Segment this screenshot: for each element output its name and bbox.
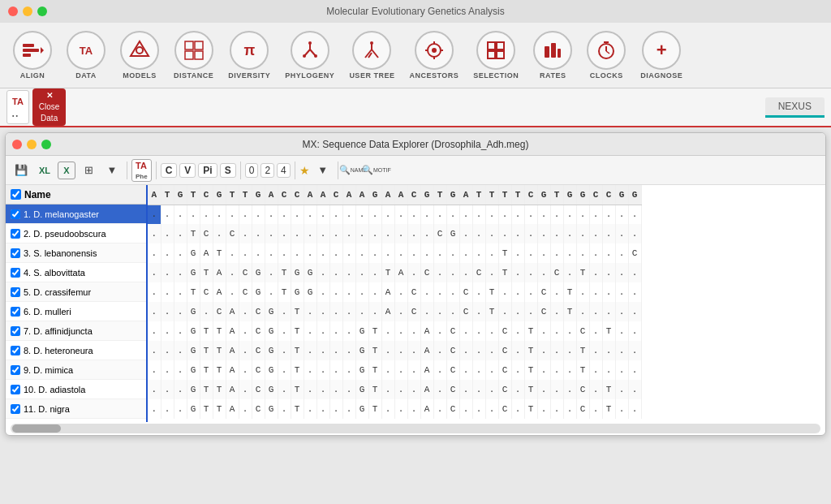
sequence-cell[interactable]: . [511,243,524,263]
minimize-button[interactable] [23,6,32,16]
sequence-cell[interactable]: . [278,399,291,419]
sequence-cell[interactable]: G [291,263,304,282]
sequence-cell[interactable]: . [589,302,602,321]
sequence-cell[interactable]: G [252,282,265,302]
sequence-cell[interactable]: . [563,243,576,263]
sequence-cell[interactable]: . [433,341,446,360]
sequence-cell[interactable]: . [472,205,485,224]
sequence-cell[interactable]: . [563,399,576,419]
scrollbar-thumb[interactable] [12,424,61,433]
sequence-cell[interactable]: . [304,243,316,263]
sequence-cell[interactable]: . [355,282,368,302]
sequence-cell[interactable]: . [148,224,161,243]
sequence-cell[interactable]: . [329,243,342,263]
sequence-cell[interactable]: C [498,341,511,360]
sequence-cell[interactable]: . [472,380,485,399]
sequence-cell[interactable]: . [602,302,615,321]
sequence-cell[interactable]: A [420,321,433,341]
sequence-cell[interactable]: C [459,282,472,302]
sequence-cell[interactable]: T [368,341,381,360]
two-button[interactable]: 2 [260,163,274,178]
list-item[interactable]: 8. D. heteroneura [6,341,146,360]
star-icon[interactable]: ★ [299,164,310,177]
sequence-cell[interactable]: C [472,263,485,282]
sequence-cell[interactable]: A [226,380,239,399]
sequence-cell[interactable]: . [550,360,563,380]
sequence-cell[interactable]: . [316,263,329,282]
sequence-cell[interactable]: . [407,321,420,341]
sequence-cell[interactable]: . [615,243,628,263]
sequence-cell[interactable]: . [265,263,278,282]
sequence-cell[interactable]: . [304,224,316,243]
sequence-cell[interactable]: . [174,360,187,380]
list-item[interactable]: 2. D. pseudoobscura [6,224,146,243]
sequence-cell[interactable]: . [628,263,641,282]
sequence-cell[interactable]: . [316,282,329,302]
sequence-cell[interactable]: . [615,282,628,302]
sequence-cell[interactable]: . [329,399,342,419]
sequence-cell[interactable]: G [187,360,200,380]
sequence-cell[interactable]: . [485,224,498,243]
search-name-icon[interactable]: 🔍NAME [342,160,364,181]
sequence-cell[interactable]: . [589,341,602,360]
list-item[interactable]: 4. S. albovittata [6,263,146,282]
maximize-button[interactable] [37,6,47,16]
sequence-cell[interactable]: . [278,243,291,263]
sequence-cell[interactable]: . [485,263,498,282]
sequence-cell[interactable]: . [511,341,524,360]
sequence-cell[interactable]: . [226,263,239,282]
sequence-cell[interactable]: . [329,360,342,380]
sequence-cell[interactable]: T [213,243,226,263]
sequence-cell[interactable]: . [342,360,355,380]
sequence-cell[interactable]: . [304,380,316,399]
sequence-cell[interactable]: C [200,282,213,302]
sequence-cell[interactable]: . [563,380,576,399]
sequence-cell[interactable]: G [355,399,368,419]
sequence-cell[interactable]: . [459,360,472,380]
sequence-cell[interactable]: T [524,321,537,341]
sequence-cell[interactable]: . [316,380,329,399]
sequence-cell[interactable]: G [265,399,278,419]
sequence-cell[interactable]: C [252,302,265,321]
sequence-cell[interactable]: . [342,341,355,360]
sequence-cell[interactable]: C [498,399,511,419]
sequence-cell[interactable]: . [433,360,446,380]
sequence-cell[interactable]: . [485,243,498,263]
sequence-cell[interactable]: T [576,263,589,282]
sequence-cell[interactable]: . [446,205,459,224]
sequence-cell[interactable]: . [342,380,355,399]
sequence-cell[interactable]: . [368,282,381,302]
sequence-cell[interactable]: C [446,360,459,380]
sequence-cell[interactable]: . [459,341,472,360]
sequence-cell[interactable]: . [511,380,524,399]
sequence-cell[interactable]: A [420,380,433,399]
sequence-cell[interactable]: T [278,263,291,282]
sequence-cell[interactable]: . [368,302,381,321]
sequence-cell[interactable]: . [355,302,368,321]
sequence-cell[interactable]: A [381,282,394,302]
sequence-cell[interactable]: . [148,399,161,419]
row-checkbox[interactable] [11,365,20,375]
sequence-cell[interactable]: . [239,243,252,263]
sequence-cell[interactable]: C [213,302,226,321]
sequence-cell[interactable]: G [265,341,278,360]
sequence-cell[interactable]: . [342,399,355,419]
sequence-cell[interactable]: A [394,263,407,282]
sequence-cell[interactable]: . [615,263,628,282]
row-checkbox[interactable] [11,268,20,278]
sequence-cell[interactable]: A [420,399,433,419]
sequence-cell[interactable]: . [615,341,628,360]
sequence-cell[interactable]: T [291,360,304,380]
sequence-cell[interactable]: . [161,205,174,224]
sequence-cell[interactable]: . [304,399,316,419]
sequence-cell[interactable]: . [355,224,368,243]
sequence-cell[interactable]: . [615,302,628,321]
sequence-cell[interactable]: C [407,282,420,302]
sequence-cell[interactable]: . [602,341,615,360]
sequence-cell[interactable]: . [213,205,226,224]
sequence-cell[interactable]: . [511,302,524,321]
sequence-cell[interactable]: . [148,360,161,380]
sequence-cell[interactable]: C [459,302,472,321]
list-item[interactable]: 5. D. crassifemur [6,282,146,302]
sequence-cell[interactable]: . [537,360,550,380]
